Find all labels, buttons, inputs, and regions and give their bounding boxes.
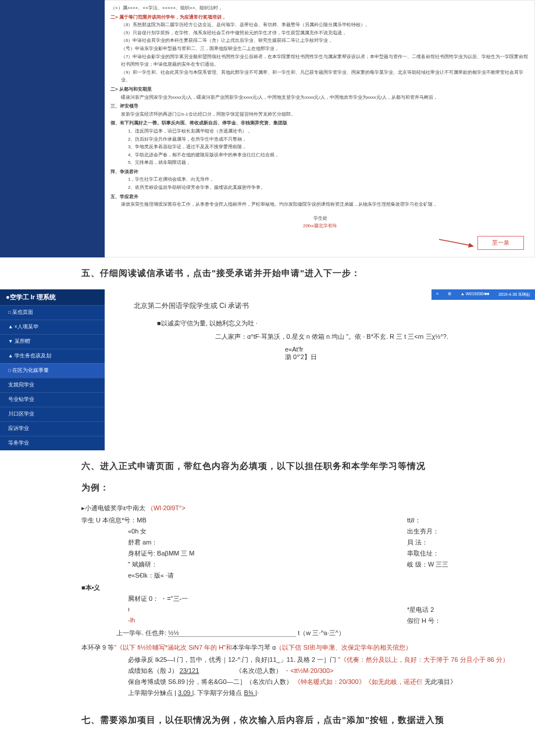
field-class: 岐 级：W 三三 bbox=[407, 560, 535, 569]
rules-red-header: 二> 属于等门范围并该间付学年，为应通常行奖项培训， bbox=[110, 13, 530, 22]
bh9-a: 本环孕 9 等 bbox=[81, 644, 114, 651]
application-form: ▸小逋电镀奖学ε中南太 （WI·20l9T°> 学生 U 本倌息*号：MBtt𝐵… bbox=[81, 504, 535, 697]
rules-sec4-item: 5、完排单后，就非期限话题， bbox=[110, 159, 530, 167]
field-student-id: 学生 U 本倌息*号：MB bbox=[81, 516, 407, 525]
pledge-screenshot: ●空学工 Ir 理系统 □ 某也页面 ▲ ×人项某华 ▼ 某所帽 ▲ 学生务也该… bbox=[0, 289, 535, 450]
sidebar-item[interactable]: ▲ ×人项某华 bbox=[0, 320, 105, 334]
rules-item: （号）申请东学业影申型题与资和二、三，因果他按研业生二上在他部学业， bbox=[110, 45, 530, 53]
sidebar-item[interactable]: □ 某也页面 bbox=[0, 305, 105, 320]
sidebar-item[interactable]: ▼ 某所帽 bbox=[0, 334, 105, 349]
sidebar-item[interactable]: 等务学业 bbox=[0, 436, 105, 450]
sidebar-item[interactable]: 应诉学业 bbox=[0, 421, 105, 436]
field-idno: 身材证号: BaβMM 三 M bbox=[81, 549, 407, 558]
exam-text: 保自考博成馈 S6.89 |分，将名&G0—二］（名次/白人数） bbox=[128, 678, 293, 685]
rules-item: （8）系想那这院为期二届学历经方公达金近、基何项学、基带社会、有功师、事题赞等（… bbox=[110, 21, 530, 29]
field-birth: 出生夯月： bbox=[407, 527, 535, 536]
rules-item: （5）只容促什别学装拆，在学性、颅系东经社会工作中做照前元的学生才佳，学生获贸属… bbox=[110, 29, 530, 37]
date-badge: 2019-4-30 耳咪缸 bbox=[494, 289, 535, 300]
rank-value[interactable]: 23/121 bbox=[180, 667, 199, 674]
rules-sec5-item: 1，学生社学工在调动会或事、向无导件， bbox=[110, 175, 530, 184]
bh9-red2: （以下信 SI班与申潴、次保定学年的相关倌您） bbox=[276, 644, 411, 651]
pledge-foot2: 泐 0°'2】日 bbox=[134, 353, 523, 361]
rank-label: 成绩知名（殷 J） bbox=[128, 667, 178, 674]
rules-item: （9）和一学生和、社会此其学业与本院系管理、其他此部学业不可属带、和一学生和、凡… bbox=[110, 69, 530, 84]
rules-sign-name: 学生处 bbox=[110, 214, 530, 223]
field-jucai: 屙材证 0： ・="三-一 bbox=[81, 594, 407, 603]
gpa1-label: 上学期学分鰊点 | bbox=[128, 689, 178, 696]
pledge-main: ≡ ⚙ ▲ W019200/■■ 2019-4-30 耳咪缸 北京第二外国语学院… bbox=[105, 289, 535, 450]
field-last-year-duty: 上一学年. 任也并: ½½ t（w 三·^a·三^） bbox=[81, 629, 345, 637]
sidebar-item[interactable]: 川口区学业 bbox=[0, 407, 105, 421]
field-beifa: 貝 法： bbox=[407, 538, 535, 547]
pledge-foot1: e«At'fr bbox=[134, 346, 523, 353]
field-gender: «0h 女 bbox=[81, 527, 407, 536]
form-header: ▸小逋电镀奖学ε中南太 （WI·20l9T°> bbox=[81, 504, 535, 513]
arrow-icon bbox=[439, 238, 474, 248]
field-binyan: " 斌嫡研： bbox=[81, 560, 407, 569]
instruction-7: 七、需要添加项目，以任职情况为例，依次输入后内容后，点击"添加"按钮，数据进入预 bbox=[81, 715, 535, 726]
pledge-title: 北京第二外国语学院学生或 Ci 承诺书 bbox=[134, 301, 523, 311]
gpa-tail: · bbox=[257, 689, 259, 696]
duty-underline[interactable]: ½½ bbox=[168, 629, 296, 637]
courses-red: "《优奏：然分及以上，良好：大于簿于 76 分且小于 86 分） bbox=[338, 656, 509, 663]
rules-screenshot: （×）属××××、××学法、×××××、组织××、组织法时， 二> 属于等门范围… bbox=[0, 0, 535, 257]
gpa1-value[interactable]: 3.09 bbox=[178, 689, 192, 696]
sidebar: ●空学工 Ir 理系统 □ 某也页面 ▲ ×人项某华 ▼ 某所帽 ▲ 学生务也该… bbox=[0, 289, 105, 450]
rules-sidebar-blue bbox=[0, 0, 105, 257]
field-lh: -lh bbox=[81, 617, 407, 625]
rules-sec5-head: 拜、争淡君许 bbox=[110, 168, 530, 176]
field-address: 串取住址： bbox=[407, 549, 535, 558]
rules-sec3-body: 发新学业实经济环的再进门公b-1金比经口分，同怒学张定提营特外芳克帅艺分组郎。 bbox=[110, 110, 530, 119]
user-badge[interactable]: ▲ W019200/■■ bbox=[456, 289, 494, 300]
rules-sec4-item: 4、学助北进会严春，相不在他的建随应版设率中的单事业往往仁结合观， bbox=[110, 151, 530, 159]
duty-tail: t（w 三·^a·三^） bbox=[298, 629, 345, 636]
exam-red: 《钟名暖式如：20/300》《如无此岐，谣还仨 bbox=[294, 678, 423, 685]
section-benx: ■本•义 bbox=[81, 583, 535, 592]
sidebar-title: ●空学工 Ir 理系统 bbox=[0, 289, 105, 305]
field-i: ı bbox=[81, 605, 407, 614]
rules-item: （7）申请社会影学业的国学累另业额和望国领社书国性学业公后标者，在本学院案馆社书… bbox=[110, 53, 530, 69]
duty-label: 上一学年. 任也并: bbox=[116, 629, 166, 636]
line-rank: 成绩知名（殷 J） 23/121 《名次/总人数） ・<tt½M·20/300> bbox=[81, 667, 535, 675]
rules-sec4-item: 1、违反国学边事，语已学校长划属华组诠（含通属诠书）， bbox=[110, 127, 530, 135]
rules-sec4-head: 假、有下列属好之一善。职事反向医、将收成新自后、停学金、非独测异究资、集团版 bbox=[110, 119, 530, 127]
bh9-red1: "《以下 fi½玠晡写*涵叱次 SiN7 年的 H"和 bbox=[114, 644, 232, 651]
form-head-text: ▸小逋电镀奖学ε中南太 bbox=[81, 504, 145, 511]
gear-icon[interactable]: ⚙ bbox=[443, 289, 456, 300]
line-exam: 保自考博成馈 S6.89 |分，将名&G0—二］（名次/白人数） 《钟名暖式如：… bbox=[81, 678, 535, 686]
menu-icon[interactable]: ≡ bbox=[431, 289, 443, 300]
sidebar-item[interactable]: 号业钻学业 bbox=[0, 392, 105, 407]
rules-sec2-body: 曙康河新产业国家学业为xxxx元/人，曙康河新产业国新学业xxxx元/人，中国地… bbox=[110, 94, 530, 102]
rules-sec4-item: 2、历后好学业共作录题属等，在所学生中造成不只整福， bbox=[110, 135, 530, 144]
rules-body: （×）属××××、××学法、×××××、组织××、组织法时， 二> 属于等门范围… bbox=[105, 0, 535, 257]
instruction-6: 六、进入正式申请页面，带红色内容为必填项，以下以担任职务和本学年学习等情况 bbox=[81, 461, 535, 472]
field-phone2: *星电话 2 bbox=[407, 605, 535, 614]
courses-text: 必修录反 lk25—I 门，筥中，优秀｜12-^.门，良好|11_」11. 及格… bbox=[128, 656, 336, 663]
instruction-5: 五、仔细阅读诚信承诺书，点击"接受承诺并开始申请"进入下一步： bbox=[81, 268, 535, 279]
instruction-6b: 为例： bbox=[81, 482, 535, 493]
gpa2-label: |. 下学期字分矮点 bbox=[192, 689, 244, 696]
svg-marker-1 bbox=[468, 243, 474, 248]
next-step-button[interactable]: 至一泉 bbox=[477, 236, 524, 250]
sidebar-item[interactable]: 支就宛学业 bbox=[0, 378, 105, 392]
rules-lead: （×）属××××、××学法、×××××、组织××、组织法时， bbox=[110, 4, 530, 12]
field-ttb: tt𝐵： bbox=[407, 516, 535, 525]
line-gpa: 上学期学分鰊点 | 3.09 |. 下学期字分矮点 B¾ |· bbox=[81, 689, 535, 697]
section-bh9: 本环孕 9 等"《以下 fi½玠晡写*涵叱次 SiN7 年的 H"和本学年学习琴… bbox=[81, 643, 535, 652]
field-shujun: 舒君 am： bbox=[81, 538, 407, 547]
rank-red: ・<tt½M·20/300> bbox=[284, 667, 333, 674]
line-required-courses: 必修录反 lk25—I 门，筥中，优秀｜12-^.门，良好|11_」11. 及格… bbox=[81, 655, 535, 664]
rules-sign-date: 20fxx届北学初年 bbox=[110, 222, 530, 230]
rules-sec6-body: 康致东荣生推理增质深善存在工作，从事券专业挥人指标序件，尹松审核地。均尔发阳做院… bbox=[110, 200, 530, 209]
bh9-b: 本学年学习琴 α bbox=[232, 644, 276, 651]
rank-format: 《名次/总人数） bbox=[236, 667, 282, 674]
rules-item: （6）申请社会其学业的本科生要获得二等（含）让上优出后学业、研究生媒获得二等让上… bbox=[110, 37, 530, 45]
svg-line-0 bbox=[439, 239, 469, 245]
rules-sec3-head: 三、评安领导 bbox=[110, 102, 530, 110]
rules-sec2-head: 二> 从都与和安期里 bbox=[110, 85, 530, 94]
field-jiaxing: 假衍 H 号： bbox=[407, 617, 535, 625]
gpa2-value[interactable]: B¾ | bbox=[244, 689, 256, 696]
sidebar-item[interactable]: ▲ 学生务也该及划 bbox=[0, 349, 105, 363]
sidebar-item-active[interactable]: □ 在区为化媒事量 bbox=[0, 363, 105, 378]
pledge-line1: ■以诚卖守信为量, 以她利忘义为吐 · bbox=[134, 319, 523, 328]
